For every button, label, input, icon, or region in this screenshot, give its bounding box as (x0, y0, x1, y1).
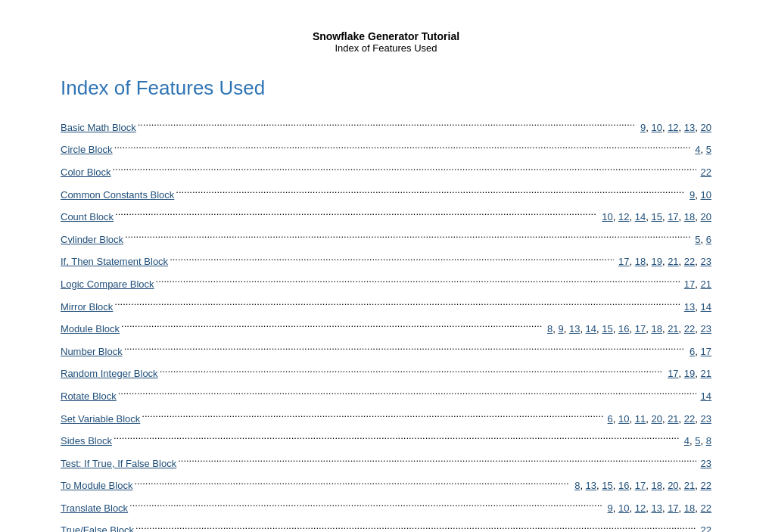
index-term[interactable]: True/False Block (61, 523, 134, 532)
page-number-link[interactable]: 18 (684, 211, 695, 222)
page-number-link[interactable]: 13 (586, 480, 596, 491)
page-number-link[interactable]: 21 (668, 413, 678, 425)
page-number-link[interactable]: 8 (706, 435, 711, 446)
page-number-link[interactable]: 19 (684, 368, 695, 379)
page-number-link[interactable]: 17 (684, 278, 695, 290)
page-number-link[interactable]: 18 (651, 323, 661, 334)
index-term[interactable]: Count Block (61, 210, 114, 226)
page-number-link[interactable]: 22 (701, 480, 711, 491)
page-separator: , (679, 211, 684, 222)
page-number-link[interactable]: 23 (701, 413, 711, 425)
index-term[interactable]: Color Block (61, 165, 111, 181)
page-number-link[interactable]: 20 (651, 413, 661, 425)
page-number-link[interactable]: 14 (586, 323, 596, 334)
page-number-link[interactable]: 22 (684, 323, 695, 334)
index-term[interactable]: Circle Block (61, 142, 113, 158)
index-dots (174, 182, 686, 204)
page-number-link[interactable]: 13 (651, 502, 661, 514)
page-separator: , (613, 413, 618, 425)
page-separator: , (695, 323, 700, 334)
page-separator: , (695, 368, 700, 379)
page-number-link[interactable]: 21 (668, 323, 678, 334)
page-number-link[interactable]: 18 (635, 256, 646, 267)
page-number-link[interactable]: 10 (602, 211, 612, 222)
page-number-link[interactable]: 4 (695, 144, 700, 155)
page-number-link[interactable]: 22 (684, 256, 695, 267)
page-number-link[interactable]: 18 (651, 480, 661, 491)
page-number-link[interactable]: 22 (701, 166, 711, 178)
index-pages: 4, 5 (692, 142, 711, 158)
page-number-link[interactable]: 13 (684, 301, 695, 313)
page-number-link[interactable]: 5 (706, 144, 711, 155)
index-term[interactable]: Set Variable Block (61, 412, 140, 428)
page-number-link[interactable]: 17 (701, 346, 711, 357)
index-term[interactable]: Logic Compare Block (61, 277, 154, 293)
index-term[interactable]: To Module Block (61, 478, 132, 494)
page-number-link[interactable]: 17 (668, 368, 678, 379)
page-number-link[interactable]: 19 (651, 256, 661, 267)
page-number-link[interactable]: 17 (635, 323, 646, 334)
page-number-link[interactable]: 12 (618, 211, 629, 222)
index-term[interactable]: Rotate Block (61, 389, 117, 405)
index-pages: 4, 5, 8 (681, 434, 711, 450)
page-number-link[interactable]: 10 (618, 502, 629, 514)
page-number-link[interactable]: 6 (608, 413, 613, 425)
page-number-link[interactable]: 20 (668, 480, 678, 491)
index-pages: 9, 10, 12, 13, 20 (637, 120, 711, 136)
page-number-link[interactable]: 6 (706, 234, 711, 245)
page-number-link[interactable]: 23 (701, 256, 711, 267)
page-number-link[interactable]: 15 (651, 211, 661, 222)
page-separator: , (629, 323, 634, 334)
index-term[interactable]: Cylinder Block (61, 232, 123, 248)
page-separator: , (695, 122, 700, 133)
page-number-link[interactable]: 12 (635, 502, 646, 514)
page-number-link[interactable]: 10 (618, 413, 629, 425)
index-term[interactable]: Translate Block (61, 501, 128, 517)
page-number-link[interactable]: 21 (701, 368, 711, 379)
page-number-link[interactable]: 10 (701, 189, 711, 201)
page-number-link[interactable]: 4 (684, 435, 690, 446)
page-number-link[interactable]: 17 (668, 502, 678, 514)
page-number-link[interactable]: 17 (618, 256, 629, 267)
index-term[interactable]: If, Then Statement Block (61, 254, 168, 270)
page-separator: , (679, 413, 684, 425)
index-term[interactable]: Basic Math Block (61, 120, 136, 136)
page-number-link[interactable]: 23 (701, 323, 711, 334)
page-number-link[interactable]: 21 (701, 278, 711, 290)
page-number-link[interactable]: 9 (558, 323, 563, 334)
page-number-link[interactable]: 17 (668, 211, 678, 222)
page-number-link[interactable]: 14 (701, 390, 711, 402)
index-term[interactable]: Mirror Block (61, 300, 113, 316)
page-number-link[interactable]: 5 (695, 234, 700, 245)
page-number-link[interactable]: 13 (569, 323, 580, 334)
page-number-link[interactable]: 13 (684, 122, 695, 133)
page-number-link[interactable]: 15 (602, 480, 612, 491)
index-term[interactable]: Random Integer Block (61, 366, 158, 382)
index-term[interactable]: Module Block (61, 322, 120, 338)
page-number-link[interactable]: 20 (701, 122, 711, 133)
page-number-link[interactable]: 18 (684, 502, 695, 514)
index-term[interactable]: Common Constants Block (61, 188, 174, 204)
page-number-link[interactable]: 22 (684, 413, 695, 425)
page-number-link[interactable]: 21 (684, 480, 695, 491)
index-term[interactable]: Sides Block (61, 434, 112, 450)
index-term[interactable]: Number Block (61, 344, 123, 360)
page-number-link[interactable]: 20 (701, 211, 711, 222)
page-number-link[interactable]: 16 (618, 323, 629, 334)
page-number-link[interactable]: 22 (701, 524, 711, 532)
page-number-link[interactable]: 15 (602, 323, 612, 334)
page-number-link[interactable]: 10 (651, 122, 661, 133)
page-number-link[interactable]: 22 (701, 502, 711, 514)
page-number-link[interactable]: 14 (701, 301, 711, 313)
page-number-link[interactable]: 5 (695, 435, 700, 446)
page-number-link[interactable]: 11 (635, 413, 646, 425)
page-number-link[interactable]: 23 (701, 458, 711, 469)
index-term[interactable]: Test: If True, If False Block (61, 456, 176, 472)
page-number-link[interactable]: 17 (635, 480, 646, 491)
page-number-link[interactable]: 21 (668, 256, 678, 267)
page-number-link[interactable]: 16 (618, 480, 629, 491)
index-pages: 13, 14 (681, 300, 711, 316)
page-number-link[interactable]: 14 (635, 211, 646, 222)
page-number-link[interactable]: 9 (608, 502, 613, 514)
page-number-link[interactable]: 12 (668, 122, 678, 133)
